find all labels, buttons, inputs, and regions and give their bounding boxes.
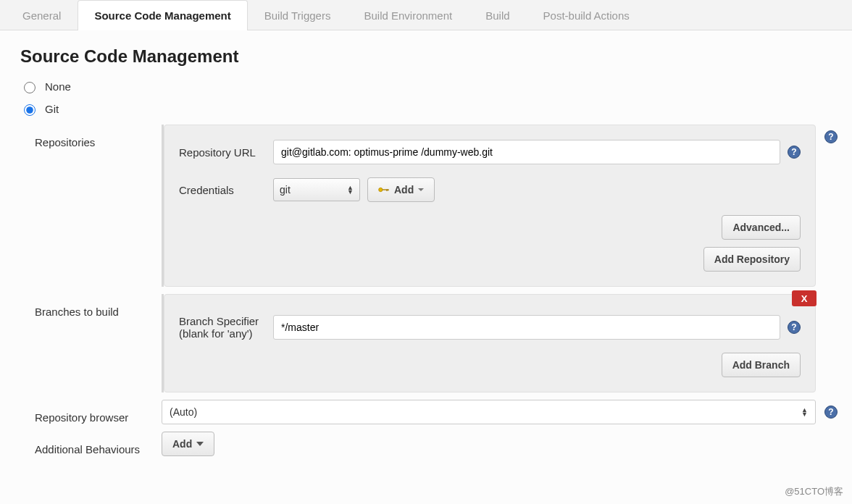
repo-url-input[interactable] (273, 140, 780, 164)
add-behaviour-label: Add (172, 438, 192, 450)
help-icon[interactable]: ? (788, 321, 801, 334)
scm-git-label: Git (45, 103, 59, 115)
chevron-down-icon (196, 442, 204, 446)
tab-build[interactable]: Build (469, 0, 526, 30)
scm-none-option[interactable]: None (20, 80, 838, 93)
tab-scm[interactable]: Source Code Management (78, 0, 247, 30)
repo-browser-label: Repository browser (35, 400, 162, 424)
repo-url-label: Repository URL (179, 146, 266, 159)
branch-specifier-label: Branch Specifier (blank for 'any') (179, 315, 266, 340)
chevron-down-icon (418, 188, 424, 191)
tab-post-build[interactable]: Post-build Actions (527, 0, 646, 30)
repo-browser-value: (Auto) (170, 406, 197, 418)
credentials-add-button[interactable]: Add (367, 177, 435, 202)
add-repository-button[interactable]: Add Repository (703, 247, 801, 272)
help-icon[interactable]: ? (788, 146, 801, 159)
section-heading-scm: Source Code Management (20, 46, 838, 67)
branches-section-label: Branches to build (35, 294, 162, 392)
scm-git-radio[interactable] (24, 104, 36, 116)
repo-browser-select[interactable]: (Auto) ▲▼ (162, 400, 816, 424)
repository-panel: Repository URL ? Credentials git ▲▼ (164, 125, 816, 287)
svg-rect-2 (386, 189, 387, 191)
branch-specifier-input[interactable] (273, 315, 780, 340)
scm-git-option[interactable]: Git (20, 102, 838, 116)
delete-branch-button[interactable]: X (792, 290, 816, 306)
add-branch-button[interactable]: Add Branch (722, 353, 801, 377)
config-tabs: General Source Code Management Build Tri… (0, 0, 852, 30)
credentials-select[interactable]: git ▲▼ (273, 178, 360, 201)
tab-general[interactable]: General (6, 0, 78, 30)
add-behaviour-button[interactable]: Add (162, 432, 214, 456)
scm-none-radio[interactable] (24, 82, 36, 93)
updown-icon: ▲▼ (347, 185, 354, 194)
credentials-add-label: Add (394, 184, 414, 196)
behaviours-label: Additional Behaviours (35, 432, 162, 456)
repositories-section-label: Repositories (35, 125, 162, 287)
svg-rect-1 (383, 189, 388, 190)
tab-build-triggers[interactable]: Build Triggers (248, 0, 348, 30)
help-icon[interactable]: ? (824, 130, 838, 143)
tab-build-environment[interactable]: Build Environment (347, 0, 469, 30)
key-icon (378, 186, 390, 193)
svg-point-0 (379, 188, 383, 191)
svg-rect-3 (388, 189, 388, 190)
branches-panel: X Branch Specifier (blank for 'any') ? A… (164, 294, 816, 392)
credentials-value: git (280, 184, 291, 196)
credentials-label: Credentials (179, 184, 266, 196)
updown-icon: ▲▼ (801, 408, 808, 416)
advanced-button[interactable]: Advanced... (722, 215, 801, 240)
scm-none-label: None (45, 80, 71, 93)
help-icon[interactable]: ? (824, 406, 838, 419)
